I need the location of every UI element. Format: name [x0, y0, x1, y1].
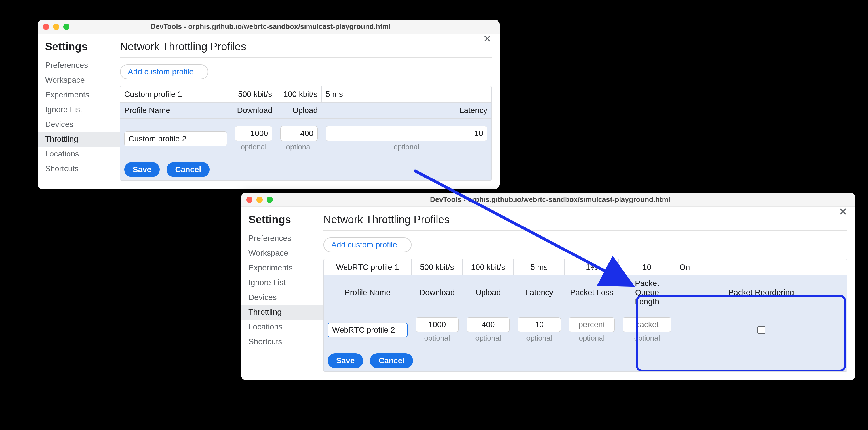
save-button[interactable]: Save	[328, 353, 363, 368]
header-latency: Latency	[514, 276, 565, 310]
sidebar-item-experiments[interactable]: Experiments	[241, 260, 323, 275]
sidebar-item-experiments[interactable]: Experiments	[38, 87, 120, 102]
packet-loss-cell: 1%	[565, 259, 619, 275]
throttling-profiles-table: WebRTC profile 1 500 kbit/s 100 kbit/s 5…	[323, 259, 847, 372]
maximize-window-icon[interactable]	[63, 24, 69, 30]
sidebar-item-locations[interactable]: Locations	[38, 147, 120, 161]
header-download: Download	[231, 103, 276, 118]
header-profile-name: Profile Name	[324, 276, 411, 310]
devtools-window-after: DevTools - orphis.github.io/webrtc-sandb…	[241, 193, 855, 380]
upload-cell: 100 kbit/s	[276, 86, 322, 102]
traffic-lights	[246, 197, 273, 203]
latency-cell: 5 ms	[322, 86, 491, 102]
editor-row: optional optional optional	[120, 119, 491, 159]
add-custom-profile-button[interactable]: Add custom profile...	[120, 64, 208, 79]
table-header-row: Profile Name Download Upload Latency Pac…	[324, 276, 847, 310]
page-title: Network Throttling Profiles	[323, 213, 847, 231]
devtools-window-before: DevTools - orphis.github.io/webrtc-sandb…	[38, 20, 499, 189]
optional-label: optional	[280, 141, 318, 151]
close-window-icon[interactable]	[43, 24, 49, 30]
packet-queue-cell: 10	[619, 259, 675, 275]
settings-heading: Settings	[241, 213, 323, 231]
latency-cell: 5 ms	[514, 259, 565, 275]
editor-row: optional optional optional optional	[324, 310, 847, 350]
sidebar-item-throttling[interactable]: Throttling	[241, 305, 323, 319]
cancel-button[interactable]: Cancel	[166, 162, 210, 177]
upload-input[interactable]	[280, 126, 318, 141]
profile-name-cell: Custom profile 1	[120, 86, 231, 102]
packet-loss-input[interactable]	[569, 317, 615, 332]
optional-label: optional	[326, 141, 487, 151]
settings-main: ✕ Network Throttling Profiles Add custom…	[323, 207, 855, 380]
packet-queue-input[interactable]	[623, 317, 672, 332]
window-title: DevTools - orphis.github.io/webrtc-sandb…	[273, 195, 828, 204]
window-title: DevTools - orphis.github.io/webrtc-sandb…	[69, 23, 472, 31]
optional-label: optional	[235, 141, 272, 151]
sidebar-item-devices[interactable]: Devices	[38, 117, 120, 132]
packet-reorder-cell: On	[675, 259, 847, 275]
header-packet-queue: Packet Queue Length	[619, 276, 675, 310]
header-profile-name: Profile Name	[120, 103, 231, 118]
download-input[interactable]	[415, 317, 459, 332]
sidebar-item-ignore-list[interactable]: Ignore List	[241, 275, 323, 290]
settings-sidebar: Settings Preferences Workspace Experimen…	[241, 207, 323, 380]
download-cell: 500 kbit/s	[231, 86, 276, 102]
sidebar-item-devices[interactable]: Devices	[241, 290, 323, 305]
download-cell: 500 kbit/s	[411, 259, 463, 275]
latency-input[interactable]	[326, 126, 487, 141]
maximize-window-icon[interactable]	[267, 197, 273, 203]
editor-button-row: Save Cancel	[120, 159, 491, 180]
sidebar-item-shortcuts[interactable]: Shortcuts	[38, 161, 120, 176]
sidebar-item-preferences[interactable]: Preferences	[38, 58, 120, 73]
add-custom-profile-button[interactable]: Add custom profile...	[323, 237, 411, 252]
header-packet-loss: Packet Loss	[565, 276, 619, 310]
save-button[interactable]: Save	[124, 162, 160, 177]
settings-sidebar: Settings Preferences Workspace Experimen…	[38, 34, 120, 189]
sidebar-item-locations[interactable]: Locations	[241, 319, 323, 334]
throttling-profiles-table: Custom profile 1 500 kbit/s 100 kbit/s 5…	[120, 86, 492, 181]
titlebar: DevTools - orphis.github.io/webrtc-sandb…	[38, 20, 499, 34]
sidebar-item-throttling[interactable]: Throttling	[38, 132, 120, 147]
optional-label: optional	[467, 332, 510, 343]
profile-name-cell: WebRTC profile 1	[324, 259, 411, 275]
table-header-row: Profile Name Download Upload Latency	[120, 103, 491, 119]
optional-label: optional	[415, 332, 459, 343]
latency-input[interactable]	[518, 317, 561, 332]
optional-label: optional	[569, 332, 615, 343]
download-input[interactable]	[235, 126, 272, 141]
header-latency: Latency	[322, 103, 491, 118]
table-row[interactable]: WebRTC profile 1 500 kbit/s 100 kbit/s 5…	[324, 259, 847, 276]
cancel-button[interactable]: Cancel	[370, 353, 413, 368]
sidebar-item-preferences[interactable]: Preferences	[241, 231, 323, 246]
close-icon[interactable]: ✕	[839, 207, 847, 217]
upload-input[interactable]	[467, 317, 510, 332]
header-packet-reorder: Packet Reordering	[675, 276, 847, 310]
sidebar-item-ignore-list[interactable]: Ignore List	[38, 102, 120, 117]
settings-main: ✕ Network Throttling Profiles Add custom…	[120, 34, 499, 189]
page-title: Network Throttling Profiles	[120, 40, 492, 58]
profile-name-input[interactable]	[124, 132, 227, 146]
upload-cell: 100 kbit/s	[463, 259, 514, 275]
sidebar-item-shortcuts[interactable]: Shortcuts	[241, 334, 323, 349]
header-download: Download	[411, 276, 463, 310]
editor-button-row: Save Cancel	[324, 350, 847, 372]
minimize-window-icon[interactable]	[256, 197, 263, 203]
close-icon[interactable]: ✕	[483, 34, 492, 44]
sidebar-item-workspace[interactable]: Workspace	[38, 73, 120, 87]
close-window-icon[interactable]	[246, 197, 252, 203]
table-row[interactable]: Custom profile 1 500 kbit/s 100 kbit/s 5…	[120, 86, 491, 103]
profile-name-input[interactable]	[328, 323, 408, 337]
optional-label: optional	[623, 332, 672, 343]
packet-reordering-checkbox[interactable]	[757, 326, 765, 334]
header-upload: Upload	[276, 103, 322, 118]
optional-label: optional	[518, 332, 561, 343]
titlebar: DevTools - orphis.github.io/webrtc-sandb…	[241, 193, 855, 207]
traffic-lights	[43, 24, 69, 30]
settings-heading: Settings	[38, 40, 120, 58]
header-upload: Upload	[463, 276, 514, 310]
minimize-window-icon[interactable]	[53, 24, 59, 30]
sidebar-item-workspace[interactable]: Workspace	[241, 246, 323, 260]
